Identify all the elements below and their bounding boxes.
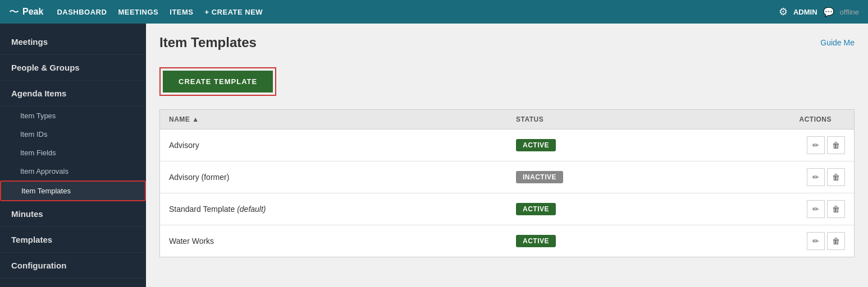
admin-label: ADMIN (793, 8, 817, 16)
cell-actions-1: ✏🗑 (715, 161, 854, 193)
page-title: Item Templates (159, 35, 257, 50)
cell-status-1: INACTIVE (507, 161, 715, 193)
logo-text: Peak (22, 7, 43, 17)
delete-button-0[interactable]: 🗑 (827, 136, 845, 154)
nav-right-section: ⚙ ADMIN 💬 offline (779, 6, 859, 18)
status-badge: ACTIVE (516, 139, 556, 151)
col-actions: ACTIONS (715, 110, 854, 129)
top-navigation: 〜 Peak DASHBOARD MEETINGS ITEMS + CREATE… (0, 0, 868, 24)
cell-status-3: ACTIVE (507, 225, 715, 257)
sidebar-item-item-approvals[interactable]: Item Approvals (0, 162, 146, 180)
logo[interactable]: 〜 Peak (9, 5, 43, 18)
offline-status: offline (840, 8, 859, 16)
cell-actions-2: ✏🗑 (715, 193, 854, 225)
cell-name-2: Standard Template (default) (160, 193, 507, 225)
delete-button-1[interactable]: 🗑 (827, 168, 845, 186)
nav-create-new[interactable]: + CREATE NEW (205, 8, 263, 16)
sidebar-item-item-ids[interactable]: Item IDs (0, 125, 146, 144)
sidebar-item-templates[interactable]: Templates (0, 227, 146, 253)
col-name[interactable]: NAME ▲ (160, 110, 507, 129)
cell-name-1: Advisory (former) (160, 161, 507, 193)
cell-name-3: Water Works (160, 225, 507, 257)
item-templates-table: NAME ▲ STATUS ACTIONS AdvisoryACTIVE✏🗑Ad… (159, 109, 855, 257)
cell-actions-0: ✏🗑 (715, 129, 854, 161)
sidebar-item-item-types[interactable]: Item Types (0, 107, 146, 125)
nav-dashboard[interactable]: DASHBOARD (57, 8, 107, 16)
nav-links: DASHBOARD MEETINGS ITEMS + CREATE NEW (57, 8, 779, 16)
edit-button-3[interactable]: ✏ (807, 232, 825, 250)
delete-button-2[interactable]: 🗑 (827, 200, 845, 218)
chat-icon: 💬 (823, 7, 834, 17)
content-area: Item Templates Guide Me CREATE TEMPLATE … (146, 24, 868, 287)
cell-status-0: ACTIVE (507, 129, 715, 161)
sidebar-item-people-groups[interactable]: People & Groups (0, 55, 146, 81)
sidebar-item-item-templates[interactable]: Item Templates (0, 180, 146, 201)
status-badge: ACTIVE (516, 203, 556, 215)
sidebar-item-item-fields[interactable]: Item Fields (0, 144, 146, 162)
edit-button-2[interactable]: ✏ (807, 200, 825, 218)
logo-icon: 〜 (9, 5, 19, 18)
create-template-button[interactable]: CREATE TEMPLATE (163, 71, 273, 92)
main-layout: Meetings People & Groups Agenda Items It… (0, 24, 868, 287)
status-badge: INACTIVE (516, 171, 563, 183)
table-row: Standard Template (default)ACTIVE✏🗑 (160, 193, 854, 225)
cell-actions-3: ✏🗑 (715, 225, 854, 257)
delete-button-3[interactable]: 🗑 (827, 232, 845, 250)
table-row: Advisory (former)INACTIVE✏🗑 (160, 161, 854, 193)
table-wrapper: NAME ▲ STATUS ACTIONS AdvisoryACTIVE✏🗑Ad… (159, 109, 855, 257)
sidebar: Meetings People & Groups Agenda Items It… (0, 24, 146, 287)
table-row: AdvisoryACTIVE✏🗑 (160, 129, 854, 161)
guide-me-link[interactable]: Guide Me (820, 38, 855, 47)
sidebar-item-configuration[interactable]: Configuration (0, 253, 146, 279)
edit-button-0[interactable]: ✏ (807, 136, 825, 154)
sidebar-item-meetings[interactable]: Meetings (0, 29, 146, 55)
sidebar-item-agenda-items[interactable]: Agenda Items (0, 81, 146, 107)
table-header-row: NAME ▲ STATUS ACTIONS (160, 110, 854, 129)
nav-meetings[interactable]: MEETINGS (118, 8, 158, 16)
col-status: STATUS (507, 110, 715, 129)
status-badge: ACTIVE (516, 235, 556, 247)
nav-items[interactable]: ITEMS (170, 8, 193, 16)
create-template-button-wrapper: CREATE TEMPLATE (159, 67, 276, 96)
cell-status-2: ACTIVE (507, 193, 715, 225)
edit-button-1[interactable]: ✏ (807, 168, 825, 186)
cell-name-0: Advisory (160, 129, 507, 161)
table-row: Water WorksACTIVE✏🗑 (160, 225, 854, 257)
gear-icon[interactable]: ⚙ (779, 6, 788, 18)
sidebar-item-minutes[interactable]: Minutes (0, 201, 146, 227)
